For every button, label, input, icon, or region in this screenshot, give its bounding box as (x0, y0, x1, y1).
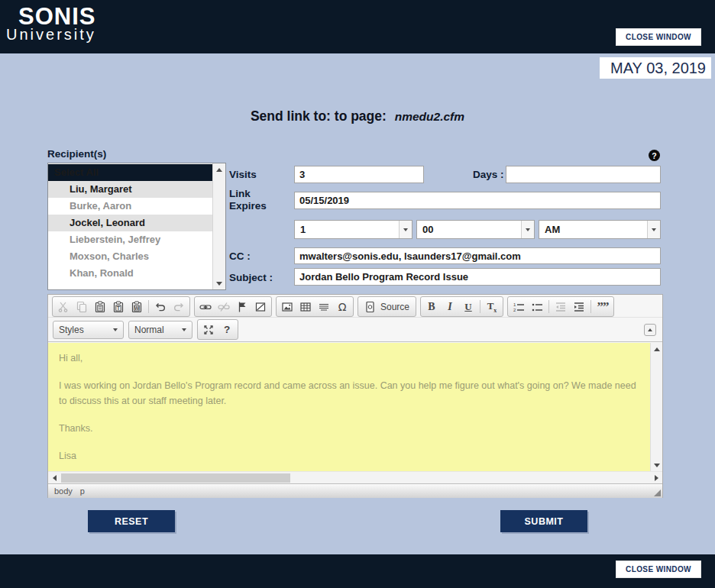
close-window-button-top[interactable]: CLOSE WINDOW (616, 28, 701, 46)
underline-button[interactable]: U (459, 298, 477, 315)
days-input[interactable] (506, 166, 661, 183)
editor-paragraph: I was working on Jordan Bello's Program … (59, 378, 639, 409)
editor-toolbar-row1: TWΩSourceBIUTx12”” (48, 295, 662, 318)
help-icon[interactable]: ? (649, 150, 660, 161)
paste-word-button[interactable]: W (128, 298, 146, 315)
toolbar-separator (548, 300, 549, 313)
unlink-button[interactable] (215, 298, 233, 315)
ampm-select[interactable]: AM (539, 220, 661, 239)
horizontal-rule-button[interactable] (315, 298, 333, 315)
paste-icon (94, 301, 106, 313)
title-page-name: nmedu2.cfm (395, 110, 464, 123)
maximize-button[interactable] (199, 321, 218, 338)
anchor-icon (236, 301, 248, 313)
editor-horizontal-scrollbar[interactable] (48, 471, 662, 483)
about-icon: ? (224, 324, 230, 335)
italic-icon: I (448, 301, 451, 313)
listbox-scrollbar[interactable] (212, 163, 225, 289)
link-icon (199, 301, 212, 313)
flash-button[interactable] (251, 298, 270, 315)
redo-icon (173, 301, 185, 313)
about-button[interactable]: ? (218, 321, 236, 338)
table-button[interactable] (296, 298, 315, 315)
page-title: Send link to: to page: nmedu2.cfm (0, 108, 715, 124)
recipient-option[interactable]: Liu, Margaret (48, 181, 212, 198)
recipient-listbox[interactable]: Select AllSaunders, LisaLiu, MargaretBur… (47, 163, 226, 290)
editor-path-bar: bodyp (48, 483, 662, 498)
undo-icon (154, 301, 167, 313)
recipient-option[interactable]: Khan, Ronald (48, 265, 212, 282)
cut-icon (57, 301, 70, 313)
scroll-up-icon[interactable] (213, 163, 225, 176)
source-button[interactable]: Source (360, 298, 414, 315)
redo-button[interactable] (170, 298, 188, 315)
svg-text:2: 2 (513, 308, 516, 312)
recipient-option[interactable]: Select All (48, 164, 212, 181)
special-char-button[interactable]: Ω (333, 298, 351, 315)
anchor-button[interactable] (233, 298, 251, 315)
link-expires-input[interactable] (294, 192, 661, 209)
scroll-down-icon[interactable] (213, 277, 225, 289)
copy-button[interactable] (73, 298, 91, 315)
undo-button[interactable] (151, 298, 170, 315)
recipient-option[interactable]: Lieberstein, Jeffrey (48, 231, 212, 248)
editor-paragraph: Lisa (59, 448, 639, 464)
recipients-label: Recipient(s) (47, 148, 106, 160)
cc-input[interactable] (294, 247, 661, 264)
blockquote-button[interactable]: ”” (594, 298, 612, 315)
chevron-down-icon (647, 221, 660, 238)
numbered-list-button[interactable]: 12 (510, 298, 528, 315)
link-expires-label: Link Expires (229, 188, 275, 212)
toolbar-separator (590, 300, 591, 313)
hour-select[interactable]: 1 (294, 220, 412, 239)
bulleted-list-icon (531, 301, 543, 313)
svg-text:W: W (134, 305, 140, 310)
days-label: Days : (473, 169, 504, 181)
scrollbar-thumb[interactable] (61, 473, 290, 483)
close-window-button-bottom[interactable]: CLOSE WINDOW (616, 561, 701, 578)
link-button[interactable] (196, 298, 215, 315)
date-display: MAY 03, 2019 (600, 57, 711, 79)
paste-text-button[interactable]: T (109, 298, 128, 315)
editor-vertical-scrollbar[interactable] (650, 343, 662, 471)
chevron-down-icon (182, 328, 186, 331)
resize-grip-icon[interactable] (654, 489, 661, 496)
scroll-right-icon[interactable] (650, 472, 662, 483)
recipient-option[interactable]: Moxson, Charles (48, 248, 212, 265)
maximize-icon (202, 324, 215, 336)
bold-button[interactable]: B (422, 298, 441, 315)
bold-icon: B (428, 301, 435, 313)
hour-value: 1 (295, 224, 399, 235)
image-button[interactable] (278, 298, 296, 315)
visits-input[interactable] (294, 166, 424, 183)
subject-input[interactable] (294, 268, 661, 286)
indent-button[interactable] (570, 298, 588, 315)
recipient-option[interactable]: Jockel, Leonard (48, 215, 212, 231)
minute-select[interactable]: 00 (416, 220, 535, 239)
recipient-option[interactable]: Burke, Aaron (48, 198, 212, 215)
path-element[interactable]: body (54, 486, 73, 496)
scroll-left-icon[interactable] (48, 472, 60, 483)
bulleted-list-button[interactable] (528, 298, 546, 315)
toolbar-group: Ω (276, 296, 354, 317)
outdent-button[interactable] (552, 298, 570, 315)
ampm-value: AM (539, 224, 647, 235)
scroll-down-icon[interactable] (651, 459, 662, 471)
styles-dropdown[interactable]: Styles (53, 321, 124, 339)
submit-button[interactable]: SUBMIT (500, 510, 587, 532)
path-element[interactable]: p (80, 486, 85, 496)
reset-button[interactable]: RESET (88, 510, 175, 532)
indent-icon (573, 301, 585, 313)
cut-button[interactable] (54, 298, 73, 315)
remove-format-button[interactable]: Tx (483, 298, 501, 315)
scroll-up-icon[interactable] (651, 343, 662, 355)
logo-line2: University (6, 27, 96, 42)
paste-text-icon: T (112, 301, 125, 313)
collapse-toolbar-button[interactable] (644, 324, 656, 336)
numbered-list-icon: 12 (513, 301, 525, 313)
italic-button[interactable]: I (441, 298, 459, 315)
paste-button[interactable] (91, 298, 109, 315)
editor-body[interactable]: Hi all,I was working on Jordan Bello's P… (48, 343, 662, 471)
format-dropdown[interactable]: Normal (128, 321, 192, 339)
chevron-down-icon (113, 328, 118, 331)
